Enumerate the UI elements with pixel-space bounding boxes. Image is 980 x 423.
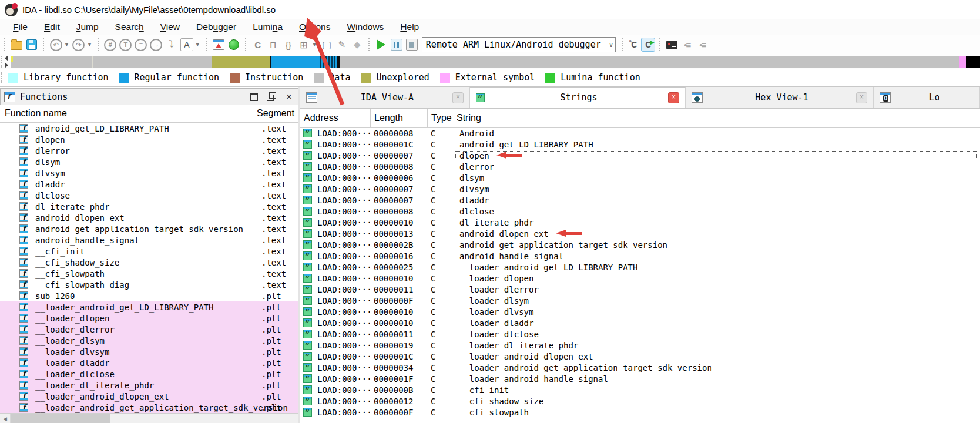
diamond-icon[interactable]: ◆: [350, 38, 364, 52]
dropdown-arrow-icon[interactable]: ▼: [64, 42, 69, 48]
indent-left-icon[interactable]: •≡: [680, 38, 694, 52]
attach-c-icon[interactable]: ↖C: [627, 38, 641, 52]
nav-band-segment[interactable]: [212, 56, 270, 68]
menu-item-file[interactable]: File: [5, 21, 36, 34]
function-row[interactable]: f__cfi_init.text: [0, 246, 298, 257]
text-style-icon[interactable]: A: [180, 38, 194, 52]
drag-handle[interactable]: [1, 56, 2, 68]
function-row[interactable]: fdlopen.text: [0, 134, 298, 145]
string-row[interactable]: LOAD:000···00000011C__loader_dlclose: [300, 328, 980, 340]
nav-forward-icon[interactable]: ↷: [72, 38, 86, 52]
column-length[interactable]: Length: [371, 109, 428, 127]
string-row[interactable]: LOAD:000···0000001FC__loader_android_han…: [300, 373, 980, 384]
nav-band-segment[interactable]: [966, 56, 980, 68]
toolbar-group-handle[interactable]: [43, 38, 44, 51]
menu-item-lumina[interactable]: Lumina: [244, 21, 291, 34]
nav-band-segment[interactable]: [271, 56, 318, 68]
tab-close-icon[interactable]: ×: [668, 92, 679, 103]
string-row[interactable]: LOAD:000···00000010C__loader_dlvsym: [300, 306, 980, 317]
toolbar-group-handle[interactable]: [368, 38, 370, 51]
toolbar-group-handle[interactable]: [659, 38, 660, 51]
scroll-left-icon[interactable]: ◀: [0, 414, 11, 423]
pause-icon[interactable]: [390, 38, 404, 52]
function-row[interactable]: fandroid_get_LD_LIBRARY_PATH.text: [0, 123, 298, 134]
jump-down-icon[interactable]: ⤵: [165, 38, 179, 52]
dropdown-arrow-icon[interactable]: ▼: [195, 42, 200, 48]
function-row[interactable]: fandroid_dlopen_ext.text: [0, 212, 298, 223]
il-view-icon[interactable]: Π: [266, 38, 280, 52]
function-row[interactable]: f__loader_android_get_application_target…: [0, 402, 298, 413]
navigation-band[interactable]: [11, 56, 980, 68]
column-divider[interactable]: [253, 105, 253, 122]
window-icon[interactable]: ▢: [320, 38, 334, 52]
menu-item-help[interactable]: Help: [392, 21, 427, 34]
tab-close-icon[interactable]: ×: [856, 92, 867, 103]
string-row[interactable]: LOAD:000···00000010C__loader_dlopen: [300, 273, 980, 284]
function-row[interactable]: f__loader_android_get_LD_LIBRARY_PATH.pl…: [0, 301, 298, 313]
open-file-icon[interactable]: [9, 38, 24, 52]
function-row[interactable]: fandroid_get_application_target_sdk_vers…: [0, 223, 298, 234]
menu-item-debugger[interactable]: Debugger: [188, 21, 244, 34]
debugger-selector[interactable]: Remote ARM Linux/Android debugger∨: [422, 37, 616, 52]
chevron-down-icon[interactable]: ∨: [609, 41, 613, 49]
function-row[interactable]: f__loader_dl_iterate_phdr.plt: [0, 380, 298, 391]
string-row[interactable]: LOAD:000···00000006Cdlsym: [300, 172, 980, 183]
function-row[interactable]: f__loader_dlclose.plt: [0, 368, 298, 380]
jump-segment-icon[interactable]: ≡: [134, 38, 148, 52]
toolbar-group-handle[interactable]: [245, 38, 246, 51]
string-row[interactable]: LOAD:000···00000008Cdlclose: [300, 206, 980, 217]
jump-name-icon[interactable]: T: [119, 38, 133, 52]
string-row[interactable]: LOAD:000···00000019C__loader_dl_iterate_…: [300, 340, 980, 351]
function-row[interactable]: fdlerror.text: [0, 145, 298, 156]
toolbar-group-handle[interactable]: [98, 38, 99, 51]
string-row[interactable]: LOAD:000···00000011C__loader_dlerror: [300, 284, 980, 295]
string-row[interactable]: LOAD:000···00000008CAndroid: [300, 127, 980, 139]
string-row[interactable]: LOAD:000···0000002BCandroid_get_applicat…: [300, 239, 980, 250]
menu-item-view[interactable]: View: [152, 21, 188, 34]
function-row[interactable]: fdlvsym.text: [0, 167, 298, 179]
string-row[interactable]: LOAD:000···00000034C__loader_android_get…: [300, 362, 980, 373]
string-row[interactable]: LOAD:000···0000000BC__cfi_init: [300, 384, 980, 395]
tab-strings[interactable]: Strings×: [470, 87, 686, 108]
nav-band-right-icon[interactable]: [5, 62, 8, 68]
jump-xref-icon[interactable]: →: [149, 38, 163, 52]
string-row[interactable]: LOAD:000···00000010Cdl_iterate_phdr: [300, 217, 980, 228]
menu-item-jump[interactable]: Jump: [68, 21, 107, 34]
output-window-icon[interactable]: [664, 38, 679, 52]
tab-hex-view-1[interactable]: Hex View-1×: [686, 87, 874, 108]
dropdown-arrow-icon[interactable]: ▼: [312, 42, 317, 48]
edit-icon[interactable]: ✎: [335, 38, 349, 52]
column-string[interactable]: String: [452, 109, 980, 127]
toolbar-group-handle[interactable]: [622, 38, 623, 51]
continue-c-icon[interactable]: C▶: [641, 38, 655, 52]
string-row[interactable]: LOAD:000···00000013Candroid_dlopen_ext: [300, 228, 980, 239]
function-row[interactable]: f__loader_dlerror.plt: [0, 324, 298, 335]
close-icon[interactable]: ×: [284, 92, 294, 102]
tab-lo[interactable]: Lo: [874, 87, 980, 108]
function-row[interactable]: fdlsym.text: [0, 156, 298, 167]
compiler-c-icon[interactable]: C: [251, 38, 265, 52]
function-row[interactable]: fdlclose.text: [0, 190, 298, 201]
function-row[interactable]: fandroid_handle_signal.text: [0, 234, 298, 246]
menu-item-options[interactable]: Options: [291, 21, 338, 34]
column-address[interactable]: Address: [300, 109, 371, 127]
dropdown-arrow-icon[interactable]: ▼: [87, 42, 92, 48]
menu-item-search[interactable]: Search: [107, 21, 152, 34]
function-row[interactable]: f__loader_dlvsym.plt: [0, 346, 298, 357]
string-row[interactable]: LOAD:000···00000007Cdlvsym: [300, 183, 980, 194]
function-row[interactable]: f__loader_dlsym.plt: [0, 335, 298, 346]
run-icon[interactable]: [374, 38, 388, 52]
functions-panel-titlebar[interactable]: Functions ×: [0, 88, 298, 105]
functions-table-header[interactable]: Function name Segment: [0, 105, 298, 123]
strings-table-header[interactable]: Address Length Type String: [300, 109, 980, 128]
string-row[interactable]: LOAD:000···0000001CCandroid_get_LD_LIBRA…: [300, 139, 980, 150]
nav-band-segment[interactable]: [318, 56, 337, 68]
string-row[interactable]: LOAD:000···00000008Cdlerror: [300, 161, 980, 172]
braces-icon[interactable]: {}: [281, 38, 296, 52]
function-row[interactable]: f__cfi_slowpath_diag.text: [0, 279, 298, 290]
drag-handle[interactable]: [1, 72, 2, 83]
indent-right-icon[interactable]: •≡: [695, 38, 709, 52]
menu-item-edit[interactable]: Edit: [36, 21, 68, 34]
nav-band-scroll-buttons[interactable]: [5, 55, 8, 68]
breakpoint-window-icon[interactable]: [212, 38, 226, 52]
